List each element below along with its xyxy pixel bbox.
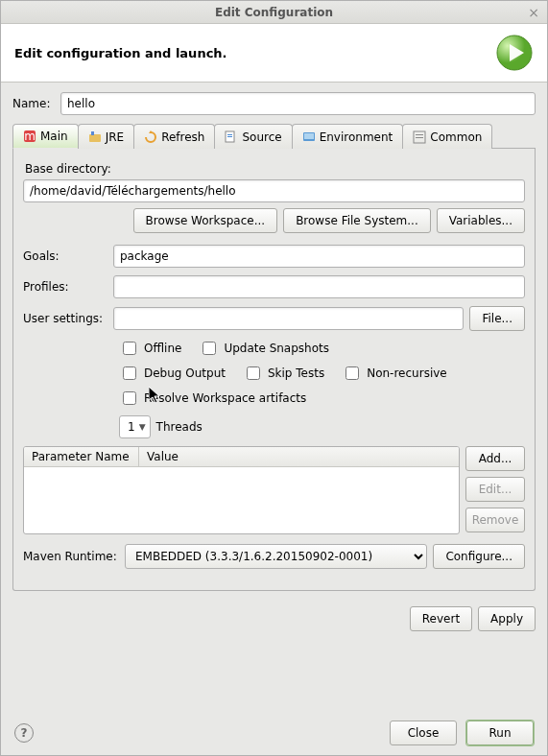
threads-spinner[interactable]: 1 ▼	[119, 415, 151, 438]
user-settings-label: User settings:	[23, 312, 107, 325]
threads-value: 1	[128, 420, 135, 434]
svg-rect-9	[304, 133, 314, 139]
debug-output-checkbox[interactable]: Debug Output	[119, 364, 226, 383]
skip-tests-checkbox[interactable]: Skip Tests	[243, 364, 324, 383]
maven-runtime-label: Maven Runtime:	[23, 550, 119, 563]
titlebar: Edit Configuration ×	[1, 1, 547, 24]
tab-source[interactable]: Source	[214, 124, 292, 149]
remove-button: Remove	[465, 508, 525, 532]
browse-filesystem-button[interactable]: Browse File System...	[283, 208, 431, 233]
base-dir-label: Base directory:	[25, 162, 525, 176]
run-icon	[495, 34, 534, 72]
parameters-table[interactable]: Parameter Name Value	[23, 446, 460, 534]
svg-rect-4	[91, 131, 94, 135]
content-area: Name: m Main JRE Refresh Source Env	[1, 83, 547, 711]
close-icon[interactable]: ×	[528, 5, 539, 20]
tab-refresh[interactable]: Refresh	[133, 124, 215, 149]
update-snapshots-checkbox[interactable]: Update Snapshots	[199, 339, 329, 358]
name-input[interactable]	[60, 92, 536, 115]
edit-button: Edit...	[465, 477, 525, 502]
tab-environment-label: Environment	[320, 130, 393, 144]
threads-label: Threads	[156, 420, 203, 434]
tab-main-label: Main	[40, 130, 68, 143]
svg-rect-3	[89, 134, 101, 142]
tab-refresh-label: Refresh	[161, 130, 204, 144]
svg-text:m: m	[24, 130, 36, 143]
browse-workspace-button[interactable]: Browse Workspace...	[133, 208, 278, 233]
run-button[interactable]: Run	[466, 721, 534, 745]
footer: ? Close Run	[1, 711, 547, 755]
resolve-workspace-checkbox[interactable]: Resolve Workspace artifacts	[119, 389, 306, 408]
chevron-down-icon: ▼	[139, 422, 146, 432]
goals-input[interactable]	[113, 245, 525, 268]
dialog-window: Edit Configuration × Edit configuration …	[0, 0, 548, 756]
col-parameter-name[interactable]: Parameter Name	[24, 447, 139, 466]
col-value[interactable]: Value	[139, 447, 459, 466]
maven-icon: m	[23, 130, 36, 143]
tab-jre-label: JRE	[106, 130, 124, 144]
tab-common[interactable]: Common	[402, 124, 492, 149]
common-icon	[413, 130, 426, 144]
tab-jre[interactable]: JRE	[78, 124, 134, 149]
environment-icon	[302, 130, 316, 144]
header: Edit configuration and launch.	[1, 24, 547, 83]
svg-rect-12	[416, 137, 423, 138]
titlebar-text: Edit Configuration	[215, 6, 333, 19]
file-button[interactable]: File...	[469, 306, 525, 331]
tab-common-label: Common	[430, 130, 482, 144]
tabbar: m Main JRE Refresh Source Environment	[12, 123, 536, 149]
profiles-label: Profiles:	[23, 280, 107, 294]
help-icon[interactable]: ?	[14, 723, 34, 743]
source-icon	[225, 130, 238, 144]
svg-rect-6	[227, 134, 232, 135]
svg-rect-7	[227, 136, 232, 137]
offline-checkbox[interactable]: Offline	[119, 339, 181, 358]
header-title: Edit configuration and launch.	[14, 46, 227, 60]
revert-button[interactable]: Revert	[410, 606, 472, 631]
variables-button[interactable]: Variables...	[437, 208, 525, 233]
refresh-icon	[144, 130, 157, 144]
close-button[interactable]: Close	[390, 721, 457, 745]
goals-label: Goals:	[23, 249, 107, 263]
apply-button[interactable]: Apply	[478, 606, 536, 631]
add-button[interactable]: Add...	[465, 446, 525, 471]
profiles-input[interactable]	[113, 275, 525, 298]
user-settings-input[interactable]	[113, 307, 464, 330]
maven-runtime-select[interactable]: EMBEDDED (3.3.3/1.6.2.20150902-0001)	[125, 544, 427, 569]
svg-rect-11	[416, 134, 423, 135]
tab-environment[interactable]: Environment	[292, 124, 404, 149]
tab-content-main: Base directory: Browse Workspace... Brow…	[12, 149, 536, 591]
non-recursive-checkbox[interactable]: Non-recursive	[342, 364, 447, 383]
jre-icon	[88, 130, 102, 144]
base-dir-input[interactable]	[23, 179, 525, 202]
configure-button[interactable]: Configure...	[433, 544, 525, 569]
tab-source-label: Source	[242, 130, 281, 144]
name-label: Name:	[12, 97, 55, 110]
tab-main[interactable]: m Main	[12, 124, 79, 149]
